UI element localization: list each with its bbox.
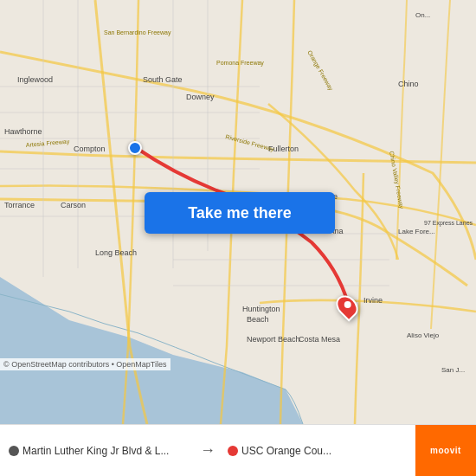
svg-text:Costa Mesa: Costa Mesa <box>299 335 340 344</box>
moovit-logo-text: moovit <box>430 446 461 455</box>
svg-text:Compton: Compton <box>74 145 106 153</box>
to-location: USC Orange Cou... <box>219 445 415 457</box>
svg-text:Downey: Downey <box>186 93 215 101</box>
map-attribution: © OpenStreetMap contributors • OpenMapTi… <box>0 358 170 370</box>
from-icon <box>9 446 19 456</box>
svg-text:South Gate: South Gate <box>143 75 183 84</box>
origin-marker <box>128 141 142 155</box>
moovit-logo: moovit <box>415 425 476 477</box>
destination-marker <box>338 294 357 318</box>
svg-text:Pomona Freeway: Pomona Freeway <box>216 60 264 67</box>
direction-arrow: → <box>196 441 219 460</box>
svg-text:Aliso Viejo: Aliso Viejo <box>407 331 440 339</box>
from-label: Martin Luther King Jr Blvd & L... <box>23 445 169 457</box>
svg-text:On...: On... <box>415 11 430 19</box>
svg-text:Carson: Carson <box>61 201 86 209</box>
svg-text:Newport Beach: Newport Beach <box>247 335 300 344</box>
svg-text:97 Express Lanes: 97 Express Lanes <box>424 220 473 227</box>
bottom-bar: Martin Luther King Jr Blvd & L... → USC … <box>0 424 476 476</box>
svg-text:Chino: Chino <box>398 80 419 88</box>
svg-text:Beach: Beach <box>247 315 269 324</box>
svg-text:Lake Fore...: Lake Fore... <box>398 228 435 235</box>
map-container[interactable]: Inglewood Hawthorne Torrance Carson Comp… <box>0 0 476 424</box>
svg-text:San J...: San J... <box>441 366 465 374</box>
svg-text:Inglewood: Inglewood <box>17 75 53 84</box>
take-me-there-button[interactable]: Take me there <box>145 192 335 234</box>
svg-text:San Bernardino Freeway: San Bernardino Freeway <box>104 29 171 36</box>
to-icon <box>228 446 238 456</box>
to-label: USC Orange Cou... <box>241 445 331 457</box>
svg-text:Irvine: Irvine <box>363 296 383 305</box>
svg-text:Huntington: Huntington <box>242 305 280 313</box>
svg-text:Long Beach: Long Beach <box>95 248 137 257</box>
svg-text:Hawthorne: Hawthorne <box>4 127 42 136</box>
svg-text:Torrance: Torrance <box>4 201 35 209</box>
from-location: Martin Luther King Jr Blvd & L... <box>0 445 196 457</box>
